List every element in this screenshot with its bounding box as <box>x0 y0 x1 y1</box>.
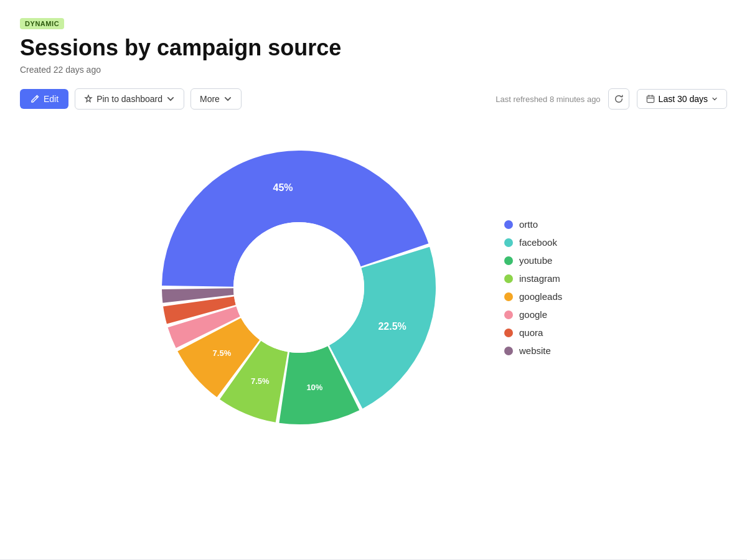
legend-item-google: google <box>504 309 604 320</box>
legend-dot-ortto <box>504 220 513 229</box>
legend-dot-website <box>504 347 513 355</box>
report-title: Sessions by campaign source <box>20 34 727 61</box>
date-range-chevron-icon <box>712 96 718 102</box>
segment-label-ortto: 45% <box>273 182 293 193</box>
legend-label-googleads: googleads <box>519 291 562 302</box>
pin-icon <box>84 95 93 103</box>
toolbar-right: Last refreshed 8 minutes ago Last 30 day… <box>496 88 727 110</box>
more-chevron-icon <box>223 95 232 103</box>
legend-item-ortto: ortto <box>504 219 604 230</box>
more-button[interactable]: More <box>190 88 242 110</box>
segment-label-instagram: 7.5% <box>251 376 270 386</box>
segment-label-facebook: 22.5% <box>378 321 406 332</box>
legend-label-instagram: instagram <box>519 273 560 284</box>
legend-item-youtube: youtube <box>504 255 604 266</box>
legend-label-ortto: ortto <box>519 219 538 230</box>
pin-chevron-icon <box>166 95 175 103</box>
legend-item-quora: quora <box>504 327 604 338</box>
report-subtitle: Created 22 days ago <box>20 65 727 75</box>
toolbar: Edit Pin to dashboard More Last refreshe… <box>20 88 727 110</box>
date-range-button[interactable]: Last 30 days <box>637 89 727 109</box>
legend-label-facebook: facebook <box>519 237 557 248</box>
dynamic-badge: DYNAMIC <box>20 18 64 29</box>
legend-item-instagram: instagram <box>504 273 604 284</box>
edit-button[interactable]: Edit <box>20 89 68 109</box>
last-refreshed-text: Last refreshed 8 minutes ago <box>496 95 600 104</box>
legend-dot-google <box>504 310 513 319</box>
calendar-icon <box>646 95 655 103</box>
segment-label-googleads: 7.5% <box>213 348 232 358</box>
legend-label-website: website <box>519 345 551 356</box>
chart-area: 45%22.5%10%7.5%7.5% orttofacebookyoutube… <box>20 132 727 443</box>
legend-dot-youtube <box>504 256 513 265</box>
page: DYNAMIC Sessions by campaign source Crea… <box>0 0 747 443</box>
legend-item-website: website <box>504 345 604 356</box>
legend-label-quora: quora <box>519 327 543 338</box>
refresh-icon <box>614 94 624 104</box>
legend-item-googleads: googleads <box>504 291 604 302</box>
legend-label-youtube: youtube <box>519 255 552 266</box>
donut-chart: 45%22.5%10%7.5%7.5% <box>143 132 454 443</box>
legend-dot-facebook <box>504 238 513 247</box>
legend-item-facebook: facebook <box>504 237 604 248</box>
edit-icon <box>30 94 40 104</box>
legend-dot-googleads <box>504 292 513 301</box>
legend: orttofacebookyoutubeinstagramgoogleadsgo… <box>504 219 604 356</box>
pin-to-dashboard-button[interactable]: Pin to dashboard <box>75 88 184 110</box>
svg-rect-0 <box>647 96 654 103</box>
legend-dot-instagram <box>504 274 513 283</box>
refresh-button[interactable] <box>608 88 629 110</box>
legend-label-google: google <box>519 309 547 320</box>
segment-label-youtube: 10% <box>306 383 322 392</box>
svg-point-1 <box>233 222 364 353</box>
legend-dot-quora <box>504 329 513 337</box>
